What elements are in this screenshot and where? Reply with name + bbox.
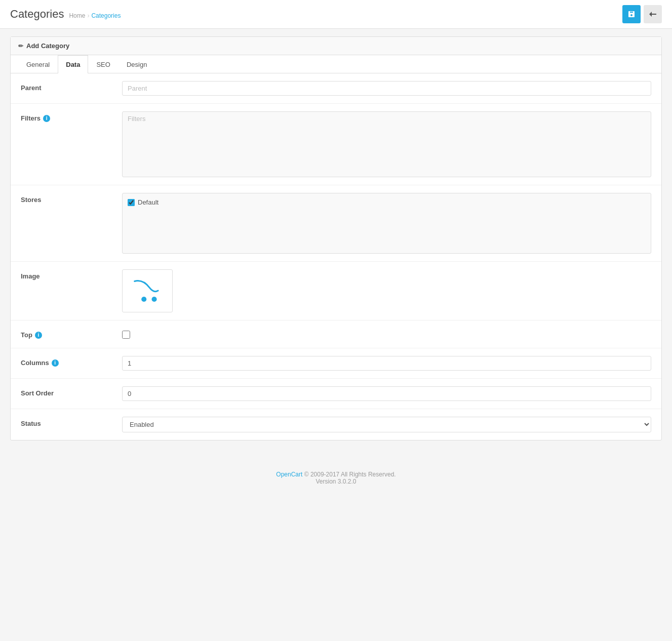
form-group-image: Image [11,262,661,320]
filters-area [122,111,651,177]
page-header: Categories Home › Categories [0,0,672,29]
status-select[interactable]: Enabled Disabled [122,417,651,432]
parent-input[interactable] [122,81,651,96]
breadcrumb-separator: › [87,12,89,19]
form-group-stores: Stores Default [11,185,661,262]
field-sort-order [122,386,651,401]
columns-input[interactable] [122,356,651,371]
breadcrumb-home[interactable]: Home [69,12,85,19]
panel-title: Add Category [26,42,69,50]
save-icon [627,10,636,18]
back-icon [649,10,657,18]
form-group-filters: Filters i [11,104,661,185]
footer-line1: OpenCart © 2009-2017 All Rights Reserved… [8,471,664,478]
store-default-item[interactable]: Default [128,198,646,206]
form-group-parent: Parent [11,73,661,104]
field-image [122,269,651,312]
pencil-icon: ✏ [18,43,23,50]
form-group-columns: Columns i [11,348,661,379]
panel: ✏ Add Category General Data SEO Design P… [10,36,662,440]
header-left: Categories Home › Categories [10,8,121,21]
label-stores: Stores [21,193,122,204]
breadcrumb: Home › Categories [69,12,121,19]
cart-logo-image [130,277,165,305]
tab-bar: General Data SEO Design [11,55,661,73]
footer-brand-link[interactable]: OpenCart [276,471,302,478]
label-top: Top i [21,328,122,339]
tab-data[interactable]: Data [58,55,88,73]
footer-copyright: © 2009-2017 All Rights Reserved. [304,471,396,478]
label-sort-order: Sort Order [21,386,122,397]
page-title: Categories [10,8,64,21]
save-button[interactable] [622,5,641,23]
label-parent: Parent [21,81,122,92]
form-body: Parent Filters i [11,73,661,440]
panel-heading: ✏ Add Category [11,37,661,55]
form-group-top: Top i [11,320,661,348]
columns-info-icon[interactable]: i [52,359,59,367]
field-top [122,328,651,340]
sort-order-input[interactable] [122,386,651,401]
stores-area: Default [122,193,651,254]
header-actions [622,5,662,23]
field-filters [122,111,651,177]
form-group-status: Status Enabled Disabled [11,409,661,440]
tab-design[interactable]: Design [118,55,155,73]
label-status: Status [21,417,122,427]
filters-info-icon[interactable]: i [43,115,50,122]
top-info-icon[interactable]: i [35,332,42,339]
back-button[interactable] [644,5,662,23]
label-filters: Filters i [21,111,122,122]
store-default-label: Default [138,198,159,206]
field-columns [122,356,651,371]
main-content: ✏ Add Category General Data SEO Design P… [0,29,672,456]
breadcrumb-current: Categories [91,12,121,19]
field-stores: Default [122,193,651,254]
filters-input[interactable] [128,115,646,123]
footer: OpenCart © 2009-2017 All Rights Reserved… [0,456,672,495]
top-checkbox[interactable] [122,331,130,339]
label-image: Image [21,269,122,280]
tab-seo[interactable]: SEO [88,55,118,73]
image-upload-box[interactable] [122,269,173,312]
label-columns: Columns i [21,356,122,367]
store-default-checkbox[interactable] [128,199,135,206]
tab-general[interactable]: General [18,55,58,73]
field-parent [122,81,651,96]
field-status: Enabled Disabled [122,417,651,432]
svg-point-0 [141,297,146,302]
form-group-sort-order: Sort Order [11,379,661,409]
svg-point-1 [151,297,156,302]
footer-version: Version 3.0.2.0 [8,478,664,485]
